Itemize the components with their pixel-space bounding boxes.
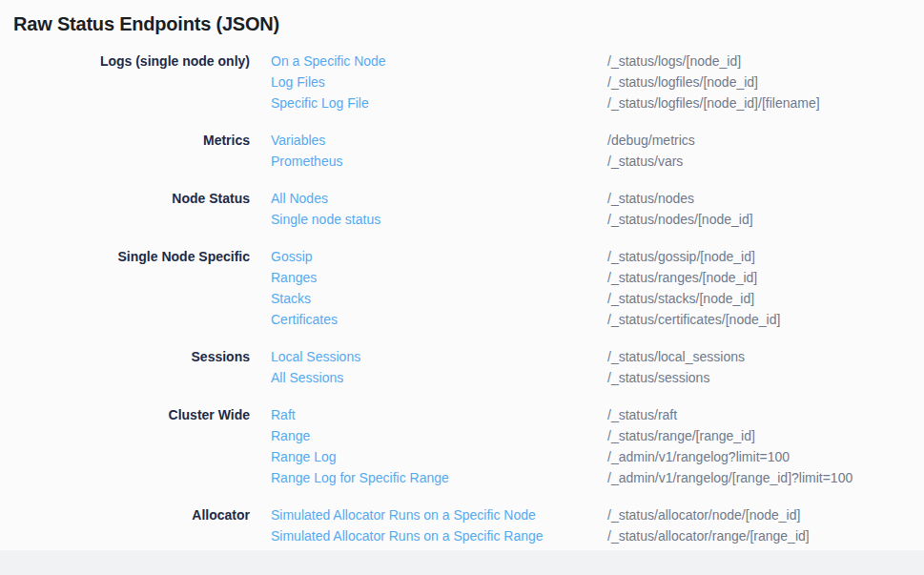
endpoint-links-column: RaftRangeRange LogRange Log for Specific… [250, 404, 586, 488]
endpoint-link[interactable]: Simulated Allocator Runs on a Specific N… [271, 504, 586, 525]
endpoint-link[interactable]: Range Log for Specific Range [271, 467, 586, 488]
endpoint-link[interactable]: Variables [271, 130, 586, 151]
endpoint-links-column: GossipRangesStacksCertificates [250, 246, 586, 330]
endpoint-path: /_status/raft [607, 404, 924, 425]
category-label: Allocator [0, 504, 250, 546]
endpoint-link[interactable]: Range [271, 425, 586, 446]
endpoint-path: /_status/allocator/range/[range_id] [607, 525, 924, 546]
category-label: Sessions [0, 346, 250, 388]
endpoint-paths-column: /_status/raft/_status/range/[range_id]/_… [586, 404, 924, 488]
endpoint-link[interactable]: All Nodes [271, 188, 586, 209]
category-label: Logs (single node only) [0, 51, 250, 113]
category-label: Single Node Specific [0, 246, 250, 330]
endpoint-path: /_status/stacks/[node_id] [607, 288, 924, 309]
endpoint-link[interactable]: Raft [271, 404, 586, 425]
endpoint-table: Logs (single node only)On a Specific Nod… [0, 51, 924, 546]
endpoint-path: /_status/certificates/[node_id] [607, 309, 924, 330]
endpoint-link[interactable]: Certificates [271, 309, 586, 330]
endpoint-path: /_status/vars [607, 151, 924, 172]
endpoint-path: /_status/nodes/[node_id] [607, 209, 924, 230]
endpoint-path: /_status/allocator/node/[node_id] [607, 504, 924, 525]
endpoint-path: /debug/metrics [607, 130, 924, 151]
endpoint-link[interactable]: Gossip [271, 246, 586, 267]
endpoint-path: /_admin/v1/rangelog/[range_id]?limit=100 [607, 467, 924, 488]
endpoint-link[interactable]: Single node status [271, 209, 586, 230]
endpoint-paths-column: /_status/nodes/_status/nodes/[node_id] [586, 188, 924, 230]
endpoint-links-column: Simulated Allocator Runs on a Specific N… [250, 504, 586, 546]
endpoint-paths-column: /_status/local_sessions/_status/sessions [586, 346, 924, 388]
endpoint-path: /_status/logfiles/[node_id] [607, 72, 924, 92]
category-label: Metrics [0, 130, 250, 172]
endpoint-link[interactable]: Local Sessions [271, 346, 586, 367]
page-title: Raw Status Endpoints (JSON) [13, 12, 924, 35]
endpoint-link[interactable]: Log Files [271, 72, 586, 92]
endpoint-paths-column: /debug/metrics/_status/vars [586, 130, 924, 172]
endpoint-links-column: Local SessionsAll Sessions [250, 346, 586, 388]
endpoint-links-column: All NodesSingle node status [250, 188, 586, 230]
endpoint-path: /_status/sessions [607, 367, 924, 388]
endpoint-path: /_status/gossip/[node_id] [607, 246, 924, 267]
endpoint-link[interactable]: On a Specific Node [271, 51, 586, 72]
endpoint-path: /_status/ranges/[node_id] [607, 267, 924, 288]
endpoint-link[interactable]: Stacks [271, 288, 586, 309]
endpoint-path: /_status/range/[range_id] [607, 425, 924, 446]
endpoint-link[interactable]: Range Log [271, 446, 586, 467]
endpoint-link[interactable]: All Sessions [271, 367, 586, 388]
endpoint-links-column: On a Specific NodeLog FilesSpecific Log … [250, 51, 586, 113]
endpoint-path: /_status/nodes [607, 188, 924, 209]
bottom-strip [0, 550, 924, 575]
endpoint-path: /_admin/v1/rangelog?limit=100 [607, 446, 924, 467]
endpoint-paths-column: /_status/logs/[node_id]/_status/logfiles… [586, 51, 924, 113]
endpoint-path: /_status/logfiles/[node_id]/[filename] [607, 92, 924, 113]
endpoint-link[interactable]: Simulated Allocator Runs on a Specific R… [271, 525, 586, 546]
endpoint-paths-column: /_status/gossip/[node_id]/_status/ranges… [586, 246, 924, 330]
endpoint-path: /_status/local_sessions [607, 346, 924, 367]
category-label: Cluster Wide [0, 404, 250, 488]
endpoint-link[interactable]: Ranges [271, 267, 586, 288]
endpoint-paths-column: /_status/allocator/node/[node_id]/_statu… [586, 504, 924, 546]
endpoint-link[interactable]: Prometheus [271, 151, 586, 172]
endpoint-links-column: VariablesPrometheus [250, 130, 586, 172]
category-label: Node Status [0, 188, 250, 230]
endpoint-path: /_status/logs/[node_id] [607, 51, 924, 72]
endpoint-link[interactable]: Specific Log File [271, 92, 586, 113]
